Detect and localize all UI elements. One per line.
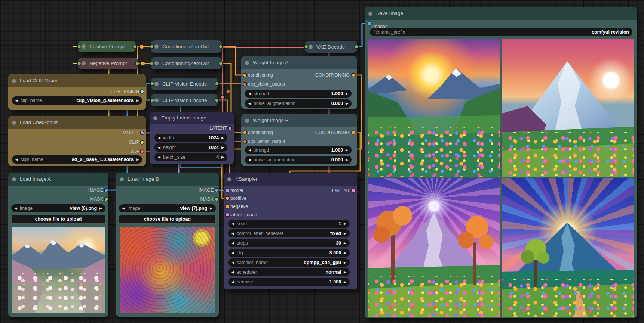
node-header[interactable]: Weight Image B (241, 114, 357, 127)
strength-widget[interactable]: ◀ strength 1.000 ▶ (245, 146, 352, 154)
collapse-toggle-icon[interactable] (309, 45, 313, 49)
node-header[interactable]: Empty Latent Image (150, 112, 234, 124)
increment-arrow-icon[interactable]: ▶ (99, 204, 102, 212)
increment-arrow-icon[interactable]: ▶ (136, 155, 139, 164)
decrement-arrow-icon[interactable]: ◀ (231, 249, 234, 257)
strength-widget[interactable]: ◀ strength 1.000 ▶ (245, 90, 352, 98)
node-save-image[interactable]: Save Image images filename_prefix comfyu… (365, 7, 637, 318)
height-widget[interactable]: ◀ height 1024 ▶ (154, 143, 227, 152)
denoise-widget[interactable]: ◀ denoise 1.000 ▶ (228, 278, 350, 286)
collapse-toggle-icon[interactable] (120, 177, 124, 181)
increment-arrow-icon[interactable]: ▶ (344, 258, 346, 267)
control-after-generate-widget[interactable]: ◀ control_after_generate fixed ▶ (228, 229, 350, 237)
decrement-arrow-icon[interactable]: ◀ (15, 96, 18, 105)
increment-arrow-icon[interactable]: ▶ (344, 220, 346, 228)
node-conditioning-zero-out-2[interactable]: ConditioningZeroOut (151, 57, 222, 69)
increment-arrow-icon[interactable]: ▶ (344, 229, 346, 237)
collapse-toggle-icon[interactable] (82, 44, 86, 49)
reroute-dot-clip-vision-output[interactable] (226, 90, 230, 93)
decrement-arrow-icon[interactable]: ◀ (231, 258, 234, 267)
increment-arrow-icon[interactable]: ▶ (344, 278, 346, 286)
increment-arrow-icon[interactable]: ▶ (344, 249, 346, 257)
increment-arrow-icon[interactable]: ▶ (344, 239, 346, 247)
collapse-toggle-icon[interactable] (12, 79, 16, 83)
cfg-widget[interactable]: ◀ cfg 8.000 ▶ (228, 249, 350, 257)
collapse-toggle-icon[interactable] (154, 82, 159, 86)
node-load-checkpoint[interactable]: Load Checkpoint MODEL CLIP VAE ◀ ckpt_na… (8, 116, 146, 166)
collapse-toggle-icon[interactable] (154, 98, 159, 102)
increment-arrow-icon[interactable]: ▶ (346, 90, 348, 98)
collapse-toggle-icon[interactable] (154, 61, 159, 65)
node-clip-vision-encode-2[interactable]: CLIP Vision Encode (151, 94, 218, 106)
batch-size-widget[interactable]: ◀ batch_size 4 ▶ (154, 153, 227, 161)
collapse-toggle-icon[interactable] (227, 177, 231, 181)
collapse-toggle-icon[interactable] (12, 121, 16, 125)
reroute-dot-positive[interactable] (139, 44, 144, 49)
collapse-toggle-icon[interactable] (82, 61, 86, 65)
collapse-toggle-icon[interactable] (12, 177, 16, 181)
decrement-arrow-icon[interactable]: ◀ (231, 220, 234, 228)
node-vae-decode[interactable]: VAE Decode (305, 41, 357, 53)
increment-arrow-icon[interactable]: ▶ (221, 153, 224, 161)
increment-arrow-icon[interactable]: ▶ (346, 99, 348, 108)
node-load-image-a[interactable]: Load Image A IMAGE MASK ◀ image view (6)… (8, 173, 108, 317)
decrement-arrow-icon[interactable]: ◀ (231, 239, 234, 247)
decrement-arrow-icon[interactable]: ◀ (231, 229, 234, 237)
filename-prefix-widget[interactable]: filename_prefix comfyui-revision (370, 28, 632, 36)
node-empty-latent-image[interactable]: Empty Latent Image LATENT ◀ width 1024 ▶… (150, 112, 234, 164)
increment-arrow-icon[interactable]: ▶ (346, 146, 348, 154)
increment-arrow-icon[interactable]: ▶ (221, 134, 224, 142)
decrement-arrow-icon[interactable]: ◀ (15, 204, 17, 212)
decrement-arrow-icon[interactable]: ◀ (248, 156, 251, 164)
decrement-arrow-icon[interactable]: ◀ (248, 99, 251, 108)
node-ksampler[interactable]: KSampler model positive negative latent_… (224, 173, 357, 289)
node-weight-image-b[interactable]: Weight Image B conditioning clip_vision_… (241, 114, 357, 166)
reroute-dot-vae[interactable] (221, 95, 224, 99)
node-clip-vision-encode-1[interactable]: CLIP Vision Encode (151, 78, 218, 90)
node-header[interactable]: Load Image A (8, 173, 108, 186)
increment-arrow-icon[interactable]: ▶ (136, 96, 139, 105)
decrement-arrow-icon[interactable]: ◀ (248, 146, 251, 154)
node-header[interactable]: Weight Image A (241, 56, 357, 69)
increment-arrow-icon[interactable]: ▶ (210, 204, 212, 212)
image-file-widget[interactable]: ◀ image view (7).png ▶ (119, 204, 216, 212)
increment-arrow-icon[interactable]: ▶ (344, 268, 346, 276)
collapse-toggle-icon[interactable] (245, 61, 249, 65)
node-header[interactable]: Load CLIP Vision (8, 74, 146, 87)
reroute-dot-negative[interactable] (141, 61, 145, 66)
node-header[interactable]: Save Image (365, 7, 637, 20)
node-header[interactable]: Load Checkpoint (8, 116, 146, 129)
increment-arrow-icon[interactable]: ▶ (221, 143, 224, 152)
seed-widget[interactable]: ◀ seed 1 ▶ (228, 220, 350, 228)
noise-augmentation-widget[interactable]: ◀ noise_augmentation 0.000 ▶ (245, 156, 352, 164)
node-conditioning-zero-out-1[interactable]: ConditioningZeroOut (151, 40, 222, 53)
ckpt-name-widget[interactable]: ◀ ckpt_name sd_xl_base_1.0.safetensors ▶ (12, 155, 142, 164)
decrement-arrow-icon[interactable]: ◀ (231, 268, 234, 276)
width-widget[interactable]: ◀ width 1024 ▶ (154, 134, 227, 142)
noise-augmentation-widget[interactable]: ◀ noise_augmentation 0.000 ▶ (245, 99, 352, 108)
node-header[interactable]: Load Image B (116, 173, 219, 186)
node-load-clip-vision[interactable]: Load CLIP Vision CLIP_VISION ◀ clip_name… (8, 74, 146, 110)
sampler-name-widget[interactable]: ◀ sampler_name dpmpp_sde_gpu ▶ (228, 258, 350, 267)
collapse-toggle-icon[interactable] (154, 44, 159, 49)
node-load-image-b[interactable]: Load Image B IMAGE MASK ◀ image view (7)… (116, 173, 219, 317)
comfyui-node-graph-canvas[interactable]: Positive Prompt Negative Prompt Conditio… (0, 0, 644, 323)
decrement-arrow-icon[interactable]: ◀ (248, 90, 251, 98)
node-weight-image-a[interactable]: Weight Image A conditioning clip_vision_… (241, 56, 357, 109)
scheduler-widget[interactable]: ◀ scheduler normal ▶ (228, 268, 350, 276)
node-header[interactable]: KSampler (224, 173, 357, 186)
decrement-arrow-icon[interactable]: ◀ (15, 155, 18, 164)
steps-widget[interactable]: ◀ steps 30 ▶ (228, 239, 350, 247)
decrement-arrow-icon[interactable]: ◀ (122, 204, 125, 212)
increment-arrow-icon[interactable]: ▶ (346, 156, 348, 164)
clip-name-widget[interactable]: ◀ clip_name clip_vision_g.safetensors ▶ (12, 96, 142, 105)
decrement-arrow-icon[interactable]: ◀ (231, 278, 234, 286)
choose-file-button[interactable]: choose file to upload (11, 215, 105, 224)
image-file-widget[interactable]: ◀ image view (6).png ▶ (11, 204, 105, 212)
decrement-arrow-icon[interactable]: ◀ (158, 134, 160, 142)
node-positive-prompt[interactable]: Positive Prompt (78, 41, 136, 52)
collapse-toggle-icon[interactable] (245, 119, 249, 123)
node-negative-prompt[interactable]: Negative Prompt (78, 58, 138, 69)
collapse-toggle-icon[interactable] (153, 116, 157, 120)
collapse-toggle-icon[interactable] (368, 12, 372, 16)
